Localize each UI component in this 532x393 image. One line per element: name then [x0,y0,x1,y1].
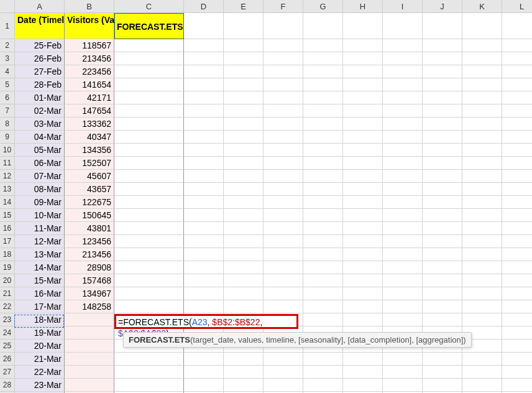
cell-J23[interactable] [423,313,462,326]
cell-C10[interactable] [114,144,184,157]
cell-J13[interactable] [423,183,462,196]
cell-E28[interactable] [224,379,264,392]
cell-D19[interactable] [184,261,224,274]
cell-J1[interactable] [423,13,462,39]
cell-L11[interactable] [502,157,532,170]
column-header-k[interactable]: K [462,0,502,13]
cell-L12[interactable] [502,170,532,183]
cell-J14[interactable] [423,196,462,209]
cell-E22[interactable] [224,300,264,313]
cell-H27[interactable] [343,366,383,379]
row-header[interactable]: 28 [0,379,15,392]
cell-B17[interactable]: 123456 [65,235,114,248]
row-header[interactable]: 8 [0,118,15,131]
cell-D17[interactable] [184,235,224,248]
cell-B3[interactable]: 213456 [65,52,114,65]
cell-K23[interactable] [462,313,502,326]
row-header[interactable]: 18 [0,248,15,261]
cell-E18[interactable] [224,248,264,261]
cell-H22[interactable] [343,300,383,313]
cell-A16[interactable]: 11-Mar [15,222,65,235]
cell-E15[interactable] [224,209,264,222]
cell-F8[interactable] [264,118,303,131]
cell-K17[interactable] [462,235,502,248]
cell-L14[interactable] [502,196,532,209]
cell-B12[interactable]: 45607 [65,170,114,183]
cell-D26[interactable] [184,353,224,366]
cell-L1[interactable] [502,13,532,39]
cell-G14[interactable] [303,196,343,209]
cell-J8[interactable] [423,118,462,131]
cell-E14[interactable] [224,196,264,209]
cell-C14[interactable] [114,196,184,209]
cell-F9[interactable] [264,131,303,144]
cell-D18[interactable] [184,248,224,261]
cell-B8[interactable]: 133362 [65,118,114,131]
row-header[interactable]: 23 [0,313,15,326]
cell-H20[interactable] [343,274,383,287]
cell-C4[interactable] [114,65,184,78]
cell-J17[interactable] [423,235,462,248]
cell-E3[interactable] [224,52,264,65]
column-header-b[interactable]: B [65,0,114,13]
cell-A14[interactable]: 09-Mar [15,196,65,209]
cell-B10[interactable]: 134356 [65,144,114,157]
cell-I14[interactable] [383,196,423,209]
cell-J22[interactable] [423,300,462,313]
cell-C2[interactable] [114,39,184,52]
cell-E27[interactable] [224,366,264,379]
cell-L20[interactable] [502,274,532,287]
cell-L27[interactable] [502,366,532,379]
cell-A21[interactable]: 16-Mar [15,287,65,300]
cell-H21[interactable] [343,287,383,300]
cell-I16[interactable] [383,222,423,235]
cell-J16[interactable] [423,222,462,235]
column-header-i[interactable]: I [383,0,423,13]
column-header-e[interactable]: E [224,0,264,13]
cell-G13[interactable] [303,183,343,196]
cell-E20[interactable] [224,274,264,287]
row-header[interactable]: 17 [0,235,15,248]
cell-J26[interactable] [423,353,462,366]
cell-L13[interactable] [502,183,532,196]
cell-J4[interactable] [423,65,462,78]
cell-I3[interactable] [383,52,423,65]
cell-L25[interactable] [502,340,532,353]
cell-L21[interactable] [502,287,532,300]
row-header[interactable]: 10 [0,144,15,157]
cell-I7[interactable] [383,104,423,118]
cell-A17[interactable]: 12-Mar [15,235,65,248]
cell-F6[interactable] [264,91,303,104]
cell-K16[interactable] [462,222,502,235]
cell-J21[interactable] [423,287,462,300]
cell-C12[interactable] [114,170,184,183]
cell-I4[interactable] [383,65,423,78]
cell-C13[interactable] [114,183,184,196]
cell-H1[interactable] [343,13,383,39]
cell-D7[interactable] [184,104,224,118]
cell-K27[interactable] [462,366,502,379]
cell-K18[interactable] [462,248,502,261]
cell-H3[interactable] [343,52,383,65]
cell-D13[interactable] [184,183,224,196]
cell-B20[interactable]: 157468 [65,274,114,287]
row-header[interactable]: 9 [0,131,15,144]
cell-H26[interactable] [343,353,383,366]
cell-J11[interactable] [423,157,462,170]
cell-D6[interactable] [184,91,224,104]
cell-G5[interactable] [303,78,343,91]
cell-L9[interactable] [502,131,532,144]
row-header[interactable]: 2 [0,39,15,52]
cell-F22[interactable] [264,300,303,313]
cell-H7[interactable] [343,104,383,118]
cell-I19[interactable] [383,261,423,274]
cell-F16[interactable] [264,222,303,235]
cell-F21[interactable] [264,287,303,300]
cell-G6[interactable] [303,91,343,104]
cell-D10[interactable] [184,144,224,157]
cell-I21[interactable] [383,287,423,300]
cell-E10[interactable] [224,144,264,157]
cell-F20[interactable] [264,274,303,287]
cell-F17[interactable] [264,235,303,248]
cell-L6[interactable] [502,91,532,104]
